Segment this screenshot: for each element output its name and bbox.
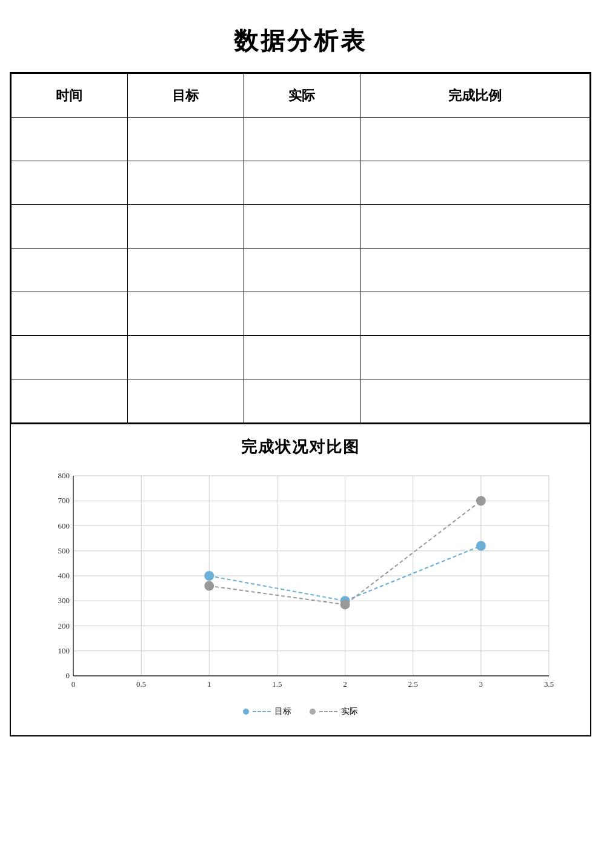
table-row xyxy=(12,292,590,336)
svg-text:500: 500 xyxy=(58,546,70,555)
table-row xyxy=(12,161,590,205)
table-cell xyxy=(360,379,589,423)
table-cell xyxy=(360,249,589,292)
svg-text:700: 700 xyxy=(58,496,70,505)
table-row xyxy=(12,379,590,423)
col-header-actual: 实际 xyxy=(244,74,360,118)
svg-text:3: 3 xyxy=(479,679,483,689)
svg-text:0: 0 xyxy=(66,671,70,680)
table-cell xyxy=(244,336,360,379)
legend-dot-target xyxy=(243,709,249,715)
svg-text:100: 100 xyxy=(58,646,70,655)
col-header-target: 目标 xyxy=(127,74,244,118)
table-cell xyxy=(12,118,128,161)
table-header-row: 时间 目标 实际 完成比例 xyxy=(12,74,590,118)
chart-legend: 目标 实际 xyxy=(29,706,572,717)
table-cell xyxy=(244,379,360,423)
table-cell xyxy=(244,205,360,249)
svg-text:1.5: 1.5 xyxy=(272,679,282,689)
page-title: 数据分析表 xyxy=(10,12,591,72)
legend-item-actual: 实际 xyxy=(310,706,358,717)
svg-point-39 xyxy=(205,582,213,590)
table-cell xyxy=(12,249,128,292)
table-cell xyxy=(12,161,128,205)
svg-point-40 xyxy=(341,600,350,609)
legend-label-target: 目标 xyxy=(274,706,291,717)
table-cell xyxy=(12,379,128,423)
table-cell xyxy=(127,379,244,423)
table-cell xyxy=(127,249,244,292)
legend-line-gray xyxy=(319,711,337,712)
svg-text:300: 300 xyxy=(58,596,70,605)
table-cell xyxy=(127,292,244,336)
table-cell xyxy=(244,118,360,161)
svg-text:200: 200 xyxy=(58,621,70,630)
svg-point-41 xyxy=(477,496,485,505)
table-cell xyxy=(360,118,589,161)
legend-line-target xyxy=(253,711,271,712)
table-row xyxy=(12,249,590,292)
svg-text:0.5: 0.5 xyxy=(136,679,146,689)
chart-container: 010020030040050060070080000.511.522.533.… xyxy=(29,470,572,700)
chart-section: 完成状况对比图 010020030040050060070080000.511.… xyxy=(10,424,591,736)
table-row xyxy=(12,205,590,249)
page: 数据分析表 时间 目标 实际 完成比例 完成状况对比图 010020030040… xyxy=(10,0,591,749)
col-header-time: 时间 xyxy=(12,74,128,118)
table-cell xyxy=(127,161,244,205)
svg-text:400: 400 xyxy=(58,571,70,580)
table-cell xyxy=(360,336,589,379)
svg-text:800: 800 xyxy=(58,471,70,480)
legend-label-actual: 实际 xyxy=(341,706,358,717)
table-cell xyxy=(244,161,360,205)
table-cell xyxy=(360,205,589,249)
legend-item-target: 目标 xyxy=(243,706,291,717)
svg-text:2: 2 xyxy=(343,679,347,689)
table-row xyxy=(12,336,590,379)
table-cell xyxy=(244,249,360,292)
table-cell xyxy=(127,205,244,249)
svg-point-38 xyxy=(477,542,485,550)
table-cell xyxy=(244,292,360,336)
svg-text:1: 1 xyxy=(207,679,211,689)
table-cell xyxy=(360,161,589,205)
col-header-ratio: 完成比例 xyxy=(360,74,589,118)
table-cell xyxy=(127,336,244,379)
svg-text:3.5: 3.5 xyxy=(544,679,554,689)
legend-dot-actual xyxy=(310,709,316,715)
svg-text:0: 0 xyxy=(71,679,76,689)
svg-point-36 xyxy=(205,572,213,580)
data-table: 时间 目标 实际 完成比例 xyxy=(11,73,590,423)
chart-svg: 010020030040050060070080000.511.522.533.… xyxy=(29,470,572,700)
table-cell xyxy=(12,336,128,379)
table-cell xyxy=(12,292,128,336)
chart-title: 完成状况对比图 xyxy=(29,436,572,458)
svg-text:600: 600 xyxy=(58,521,70,530)
table-cell xyxy=(360,292,589,336)
svg-text:2.5: 2.5 xyxy=(408,679,418,689)
table-cell xyxy=(12,205,128,249)
table-cell xyxy=(127,118,244,161)
data-table-section: 时间 目标 实际 完成比例 xyxy=(10,72,591,424)
table-row xyxy=(12,118,590,161)
